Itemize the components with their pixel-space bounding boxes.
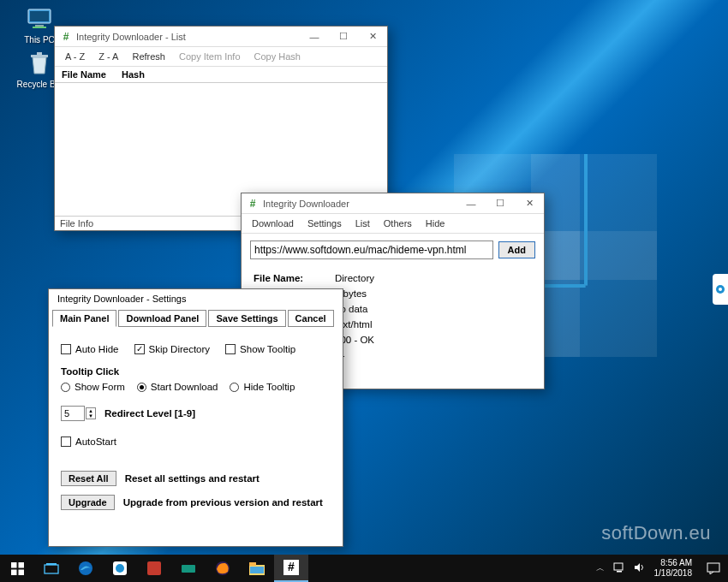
menu-download[interactable]: Download (245, 217, 301, 230)
svg-rect-21 (249, 562, 256, 566)
window-title: Integrity Downloader - List (76, 32, 300, 42)
menu-copy-hash[interactable]: Copy Hash (248, 50, 307, 63)
minimize-button[interactable]: — (456, 193, 486, 214)
upgrade-label: Upgrade from previous version and restar… (123, 497, 323, 508)
taskbar-integrity-downloader[interactable]: # (274, 555, 308, 582)
svg-rect-8 (11, 562, 17, 568)
menu-sort-za[interactable]: Z - A (92, 50, 125, 63)
menu-sort-az[interactable]: A - Z (58, 50, 92, 63)
svg-point-7 (719, 288, 722, 291)
main-window-titlebar[interactable]: # Integrity Downloader — ☐ ✕ (242, 193, 544, 214)
col-hash[interactable]: Hash (115, 67, 152, 82)
col-file-name[interactable]: File Name (55, 67, 115, 82)
reset-all-label: Reset all settings and restart (125, 473, 260, 484)
taskbar: # ︿ 8:56 AM 1/18/2018 (0, 555, 728, 582)
svg-rect-2 (35, 25, 44, 27)
svg-rect-12 (45, 565, 58, 573)
clock-time: 8:56 AM (654, 558, 693, 568)
minimize-button[interactable]: — (300, 27, 329, 47)
svg-rect-26 (617, 571, 622, 573)
app-icon: # (247, 198, 259, 210)
radio-icon (137, 383, 146, 392)
side-peek-icon[interactable] (713, 274, 728, 305)
svg-rect-10 (11, 569, 17, 575)
this-pc-icon (26, 5, 53, 33)
taskbar-app-3[interactable] (171, 555, 206, 582)
cancel-button[interactable]: Cancel (288, 310, 334, 327)
window-title: Integrity Downloader (263, 199, 456, 209)
radio-hide-tooltip[interactable]: Hide Tooltip (230, 382, 295, 392)
checkbox-icon: ✓ (134, 344, 145, 354)
tray-chevron-up-icon[interactable]: ︿ (596, 562, 605, 574)
taskbar-app-2[interactable] (137, 555, 171, 582)
settings-window: Integrity Downloader - Settings Main Pan… (48, 288, 343, 547)
app-icon: # (60, 31, 72, 43)
svg-rect-3 (33, 27, 46, 28)
radio-start-download[interactable]: Start Download (137, 382, 218, 392)
taskbar-app-1[interactable] (103, 555, 137, 582)
svg-rect-27 (707, 563, 719, 572)
settings-window-titlebar[interactable]: Integrity Downloader - Settings (49, 289, 343, 308)
svg-rect-18 (182, 565, 195, 573)
file-name-value: Directory (335, 273, 374, 283)
list-menubar: A - Z Z - A Refresh Copy Item Info Copy … (55, 47, 387, 67)
file-name-label: File Name: (254, 273, 335, 283)
upgrade-button[interactable]: Upgrade (61, 495, 115, 510)
maximize-button[interactable]: ☐ (329, 27, 358, 47)
close-button[interactable]: ✕ (515, 193, 544, 214)
checkbox-show-tooltip[interactable]: Show Tooltip (225, 344, 295, 354)
menu-list[interactable]: List (349, 217, 377, 230)
svg-rect-17 (147, 561, 161, 575)
checkbox-autostart[interactable]: AutoStart (61, 436, 331, 447)
taskbar-firefox[interactable] (206, 555, 240, 582)
radio-show-form[interactable]: Show Form (61, 382, 125, 392)
action-center-button[interactable] (699, 555, 728, 582)
checkbox-icon (61, 436, 71, 447)
checkbox-auto-hide[interactable]: Auto Hide (61, 344, 119, 354)
redirect-level-label: Redirect Level [1-9] (104, 408, 195, 419)
taskbar-edge[interactable] (69, 555, 103, 582)
svg-text:#: # (288, 560, 295, 573)
start-button[interactable] (0, 555, 34, 582)
svg-rect-25 (614, 563, 623, 570)
tray-network-icon[interactable] (613, 562, 625, 574)
add-button[interactable]: Add (498, 241, 535, 258)
checkbox-icon (61, 344, 71, 354)
list-column-headers: File Name Hash (55, 67, 387, 83)
checkbox-icon (225, 344, 236, 354)
tab-download-panel[interactable]: Download Panel (118, 310, 206, 327)
taskbar-explorer[interactable] (240, 555, 274, 582)
spinner-arrows: ▲▼ (86, 407, 96, 419)
menu-others[interactable]: Others (377, 217, 419, 230)
redirect-level-input[interactable] (61, 406, 85, 421)
close-button[interactable]: ✕ (358, 27, 387, 47)
svg-rect-9 (18, 562, 24, 568)
taskbar-clock[interactable]: 8:56 AM 1/18/2018 (654, 558, 693, 579)
list-window-titlebar[interactable]: # Integrity Downloader - List — ☐ ✕ (55, 27, 387, 47)
spinner-down[interactable]: ▼ (87, 413, 95, 419)
radio-icon (230, 383, 239, 392)
url-input[interactable] (250, 241, 493, 259)
menu-hide[interactable]: Hide (419, 217, 452, 230)
reset-all-button[interactable]: Reset All (61, 471, 116, 486)
svg-rect-1 (30, 11, 49, 21)
tray-volume-icon[interactable] (634, 562, 646, 574)
svg-rect-4 (31, 55, 48, 57)
tab-main-panel[interactable]: Main Panel (52, 310, 116, 327)
menu-settings[interactable]: Settings (301, 217, 349, 230)
menu-refresh[interactable]: Refresh (125, 50, 172, 63)
radio-icon (61, 383, 70, 392)
tooltip-click-label: Tooltip Click (61, 366, 331, 377)
svg-rect-5 (37, 52, 42, 55)
checkbox-skip-directory[interactable]: ✓Skip Directory (134, 344, 211, 354)
menu-copy-item-info[interactable]: Copy Item Info (172, 50, 248, 63)
svg-rect-13 (46, 563, 57, 565)
save-settings-button[interactable]: Save Settings (208, 310, 285, 327)
taskview-button[interactable] (34, 555, 69, 582)
svg-rect-22 (250, 567, 264, 573)
maximize-button[interactable]: ☐ (486, 193, 515, 214)
svg-point-14 (79, 561, 92, 575)
watermark: softDown.eu (601, 522, 711, 544)
settings-tabs: Main Panel Download Panel Save Settings … (49, 308, 343, 327)
window-title: Integrity Downloader - Settings (54, 292, 343, 306)
